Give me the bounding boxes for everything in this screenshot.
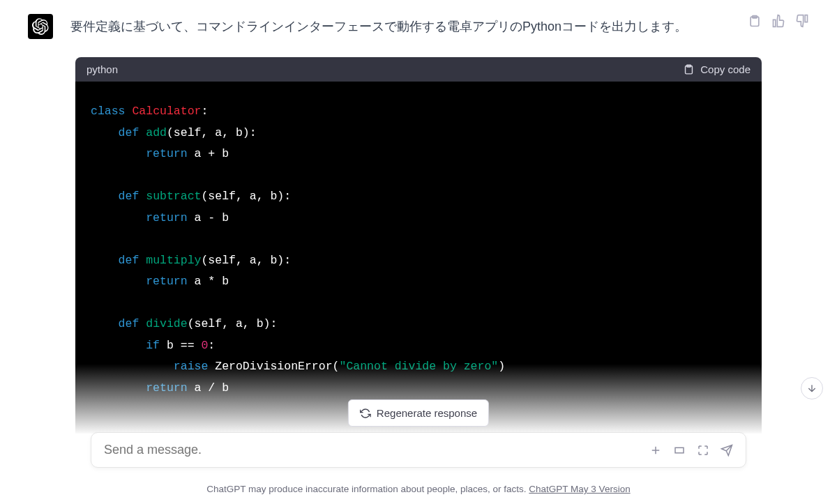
code-token: (self, a, b): (188, 317, 278, 330)
code-token: : (208, 339, 215, 352)
code-token: ZeroDivisionError (215, 360, 332, 373)
code-token: ( (333, 360, 340, 373)
message-input-row (91, 432, 746, 468)
code-token: subtract (146, 190, 201, 203)
code-token: def (119, 317, 140, 330)
assistant-avatar (28, 14, 53, 39)
code-token: return (146, 381, 187, 395)
rectangle-icon[interactable] (673, 444, 686, 457)
code-language-label: python (86, 63, 118, 75)
message-input[interactable] (104, 443, 649, 457)
code-token: return (146, 147, 187, 160)
code-token: a / b (195, 381, 229, 395)
code-token: class (91, 105, 126, 118)
code-token: def (119, 126, 140, 139)
code-token: a * b (195, 275, 229, 288)
code-header: python Copy code (75, 57, 762, 82)
openai-icon (32, 18, 49, 35)
refresh-icon (360, 408, 371, 419)
code-token: 0 (201, 339, 208, 352)
clipboard-icon (683, 63, 695, 75)
code-token: multiply (146, 254, 201, 267)
code-token: divide (146, 317, 187, 330)
expand-icon[interactable] (697, 444, 709, 457)
code-token: return (146, 275, 187, 288)
code-body: class Calculator: def add(self, a, b): r… (75, 82, 762, 434)
code-token: ) (498, 360, 505, 373)
code-token: b == (167, 339, 202, 352)
assistant-intro-text: 要件定義に基づいて、コマンドラインインターフェースで動作する電卓アプリのPyth… (70, 14, 741, 37)
code-block: python Copy code class Calculator: def a… (75, 57, 762, 434)
scroll-down-button[interactable] (801, 377, 823, 399)
code-token: add (146, 126, 167, 139)
send-icon[interactable] (721, 444, 733, 457)
disclaimer: ChatGPT may produce inaccurate informati… (0, 484, 837, 494)
code-token: a + b (195, 147, 229, 160)
copy-code-button[interactable]: Copy code (683, 63, 751, 75)
thumbs-up-icon[interactable] (771, 14, 785, 28)
code-token: : (201, 105, 208, 118)
code-token: raise (174, 360, 209, 373)
code-token: (self, a, b): (167, 126, 257, 139)
code-token: return (146, 211, 187, 224)
plus-icon[interactable] (649, 444, 662, 457)
code-token: "Cannot divide by zero" (339, 360, 498, 373)
code-token: a - b (195, 211, 229, 224)
svg-rect-4 (675, 448, 684, 453)
clipboard-icon[interactable] (748, 14, 762, 28)
code-token: def (119, 190, 140, 203)
code-token: if (146, 339, 160, 352)
code-token: (self, a, b): (201, 190, 291, 203)
arrow-down-icon (806, 383, 817, 394)
code-token: def (119, 254, 140, 267)
thumbs-down-icon[interactable] (795, 14, 809, 28)
regenerate-button[interactable]: Regenerate response (348, 399, 489, 427)
regenerate-label: Regenerate response (377, 407, 477, 419)
code-token: Calculator (132, 105, 201, 118)
copy-code-label: Copy code (700, 63, 751, 75)
code-token: (self, a, b): (201, 254, 291, 267)
version-link[interactable]: ChatGPT May 3 Version (529, 484, 630, 494)
disclaimer-text: ChatGPT may produce inaccurate informati… (206, 484, 529, 494)
